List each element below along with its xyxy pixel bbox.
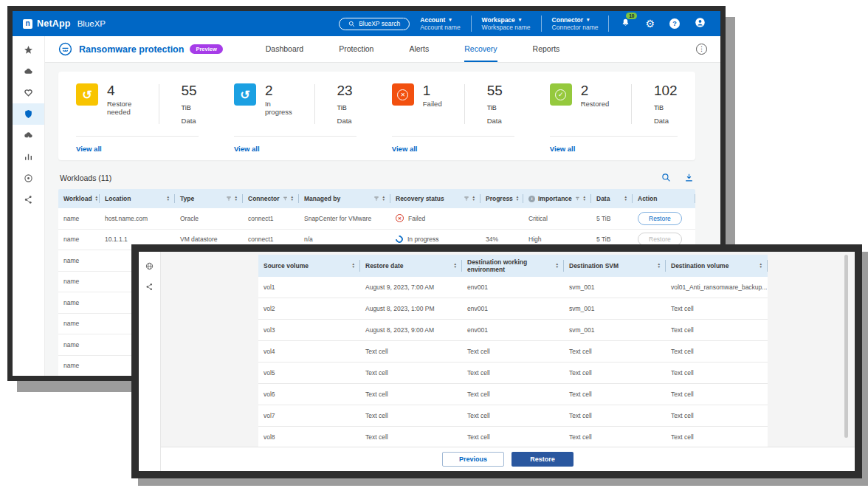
divider	[314, 84, 315, 124]
tab[interactable]: Dashboard	[266, 36, 303, 62]
summary-card: 1 Failed 55 TiB Data	[374, 83, 532, 153]
divider	[631, 84, 632, 124]
chevron-down-icon: ▾	[449, 16, 452, 24]
tab[interactable]: Alerts	[409, 36, 429, 62]
share-nodes-icon[interactable]	[145, 283, 154, 291]
tab[interactable]: Protection	[339, 36, 373, 62]
card-count: 4	[107, 83, 137, 98]
column-header[interactable]: Destination working environment ▲▼	[462, 255, 564, 277]
restore-step-content: Source volume ▲▼ Restore date ▲▼	[161, 252, 855, 447]
filter-icon[interactable]	[575, 196, 580, 202]
search-icon[interactable]	[661, 173, 671, 182]
column-header[interactable]: Source volume ▲▼	[258, 255, 360, 277]
divider	[464, 84, 465, 124]
settings-button[interactable]: ⚙	[645, 18, 655, 29]
column-header[interactable]: Destination volume ▲▼	[666, 255, 768, 277]
preview-badge: Preview	[190, 44, 222, 54]
globe-icon[interactable]	[145, 262, 154, 270]
sidebar-item-health[interactable]	[13, 82, 44, 103]
tab[interactable]: Recovery	[464, 36, 497, 62]
divider	[392, 136, 514, 137]
column-header[interactable]: Managed by ▲▼	[299, 189, 390, 208]
restore-button[interactable]: Restore	[638, 212, 682, 225]
notifications-button[interactable]: 10	[621, 17, 630, 30]
card-unit: TiB	[487, 104, 497, 111]
sidebar-item-observability[interactable]	[13, 168, 44, 189]
column-header[interactable]: Data ▲▼	[591, 189, 633, 208]
page-header: Ransomware protection Preview Dashboard …	[45, 36, 720, 63]
sidebar-item-mobility[interactable]	[13, 125, 44, 146]
search-icon	[348, 21, 355, 27]
sidebar-item-analytics[interactable]	[13, 146, 44, 168]
dialog-footer: Previous Restore	[161, 447, 855, 471]
filter-icon[interactable]	[373, 196, 379, 202]
download-icon[interactable]	[684, 173, 694, 182]
filter-icon[interactable]	[226, 196, 232, 202]
card-label: In progress	[265, 100, 292, 116]
sort-icon[interactable]: ▲▼	[454, 263, 457, 269]
restore-submit-button[interactable]: Restore	[512, 452, 574, 467]
column-header[interactable]: Recovery status ▲▼	[390, 189, 480, 208]
summary-card: 2 In progress 23 TiB Data	[216, 83, 374, 153]
status-icon	[234, 83, 256, 106]
workspace-menu[interactable]: Workspace ▾ Workspace name	[482, 16, 531, 31]
more-options-button[interactable]: ⋮	[696, 44, 707, 55]
card-value: 102	[654, 83, 678, 98]
column-header[interactable]: Progress ▲▼	[480, 189, 523, 208]
help-button[interactable]: ?	[669, 18, 680, 29]
summary-card: 2 Restored 102 TiB Data	[532, 83, 695, 153]
card-value-label: Data	[487, 117, 514, 125]
column-header[interactable]: Action ▲▼	[633, 189, 695, 208]
sidebar-item-protection[interactable]	[13, 103, 44, 125]
sort-icon[interactable]: ▲▼	[472, 196, 475, 202]
sort-icon[interactable]: ▲▼	[556, 263, 559, 269]
card-value-label: Data	[654, 117, 678, 125]
sort-icon[interactable]: ▲▼	[516, 196, 519, 202]
column-header[interactable]: Restore date ▲▼	[360, 255, 462, 277]
view-all-link[interactable]: View all	[76, 145, 199, 153]
sort-icon[interactable]: ▲▼	[235, 196, 238, 202]
tab[interactable]: Reports	[533, 36, 560, 62]
star-icon	[24, 45, 33, 55]
sort-icon[interactable]: ▲▼	[291, 196, 294, 202]
sort-icon[interactable]: ▲▼	[624, 196, 627, 202]
bluexp-search-button[interactable]: BlueXP search	[339, 18, 410, 30]
info-icon[interactable]	[528, 196, 535, 202]
filter-icon[interactable]	[464, 196, 469, 202]
sort-icon[interactable]: ▲▼	[382, 196, 385, 202]
sort-icon[interactable]: ▲▼	[167, 196, 170, 202]
view-all-link[interactable]: View all	[234, 145, 356, 153]
sidebar-item-favorites[interactable]	[13, 39, 44, 61]
product-name: BlueXP	[78, 19, 106, 28]
connector-menu[interactable]: Connector ▾ Connector name	[552, 16, 599, 31]
table-row: vol5 Text cell Text cell Text cell Text …	[258, 362, 768, 384]
cloud-icon	[24, 66, 33, 76]
card-count: 1	[423, 83, 442, 98]
workloads-title: Workloads (11)	[60, 173, 111, 182]
column-header[interactable]: Workload ▲▼	[58, 189, 100, 208]
view-all-link[interactable]: View all	[392, 145, 514, 153]
sort-icon[interactable]: ▲▼	[658, 263, 661, 269]
sidebar-item-extend[interactable]	[13, 189, 44, 210]
user-menu-button[interactable]	[695, 17, 706, 31]
ransomware-protection-icon	[58, 42, 72, 56]
card-unit: TiB	[182, 104, 191, 111]
card-label: Restored	[581, 100, 610, 108]
sort-icon[interactable]: ▲▼	[95, 196, 98, 202]
shield-icon	[24, 109, 33, 119]
account-menu[interactable]: Account ▾ Account name	[420, 16, 460, 31]
sort-icon[interactable]: ▲▼	[760, 263, 762, 269]
vertical-scrollbar[interactable]	[844, 255, 848, 438]
sort-icon[interactable]: ▲▼	[583, 196, 586, 202]
bar-chart-icon	[24, 152, 33, 162]
view-all-link[interactable]: View all	[550, 145, 678, 153]
column-header[interactable]: Type ▲▼	[175, 189, 243, 208]
column-header[interactable]: Connector ▲▼	[243, 189, 299, 208]
column-header[interactable]: Location ▲▼	[100, 189, 175, 208]
column-header[interactable]: Importance ▲▼	[523, 189, 591, 208]
previous-button[interactable]: Previous	[442, 452, 504, 467]
sidebar-item-storage[interactable]	[13, 61, 44, 82]
column-header[interactable]: Destination SVM ▲▼	[564, 255, 666, 277]
sort-icon[interactable]: ▲▼	[352, 263, 355, 269]
filter-icon[interactable]	[283, 196, 288, 202]
